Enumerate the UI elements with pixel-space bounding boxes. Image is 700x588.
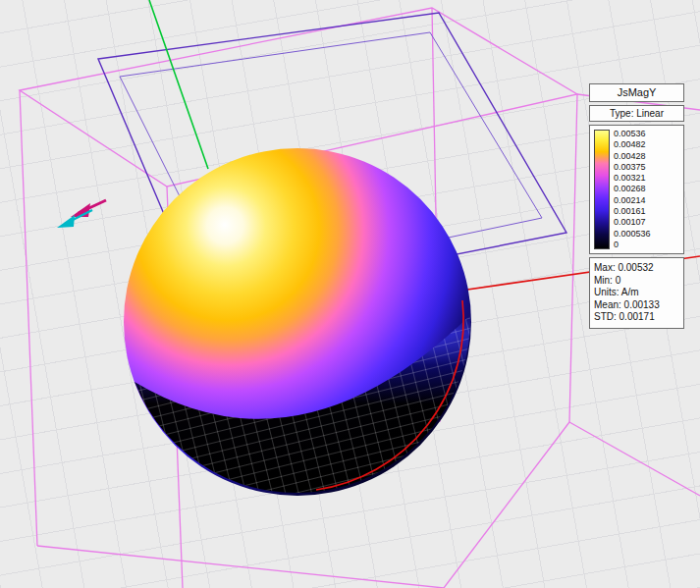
tick-label: 0.000536 (614, 230, 651, 239)
tick-label: 0.00268 (614, 185, 651, 193)
legend-panel[interactable]: JsMagY Type: Linear 0.00536 0.00482 0.00… (589, 83, 684, 329)
legend-title: JsMagY (589, 83, 684, 102)
stat-std: STD: 0.00171 (594, 311, 679, 324)
colorbar-tick-labels: 0.00536 0.00482 0.00428 0.00375 0.00321 … (614, 130, 651, 249)
render-viewport[interactable]: JsMagY Type: Linear 0.00536 0.00482 0.00… (0, 0, 700, 588)
tick-label: 0.00161 (614, 207, 651, 216)
tick-label: 0.00482 (614, 140, 651, 149)
tick-label: 0 (614, 241, 651, 249)
stat-min: Min: 0 (594, 275, 679, 288)
tick-label: 0.00214 (614, 196, 651, 205)
legend-scale-type: Type: Linear (589, 105, 684, 122)
stat-max: Max: 0.00532 (594, 262, 679, 275)
tick-label: 0.00428 (614, 152, 651, 161)
legend-stats-box: Max: 0.00532 Min: 0 Units: A/m Mean: 0.0… (589, 257, 684, 329)
stat-mean: Mean: 0.00133 (594, 299, 679, 312)
tick-label: 0.00375 (614, 163, 651, 172)
stat-units: Units: A/m (594, 287, 679, 299)
legend-colorbar-box: 0.00536 0.00482 0.00428 0.00375 0.00321 … (589, 125, 684, 254)
y-axis-line (149, 0, 208, 169)
tick-label: 0.00321 (614, 174, 651, 183)
colorbar-gradient (594, 130, 610, 249)
tick-label: 0.00107 (614, 218, 651, 227)
tick-label: 0.00536 (614, 130, 651, 138)
excitation-arrow (57, 200, 106, 228)
